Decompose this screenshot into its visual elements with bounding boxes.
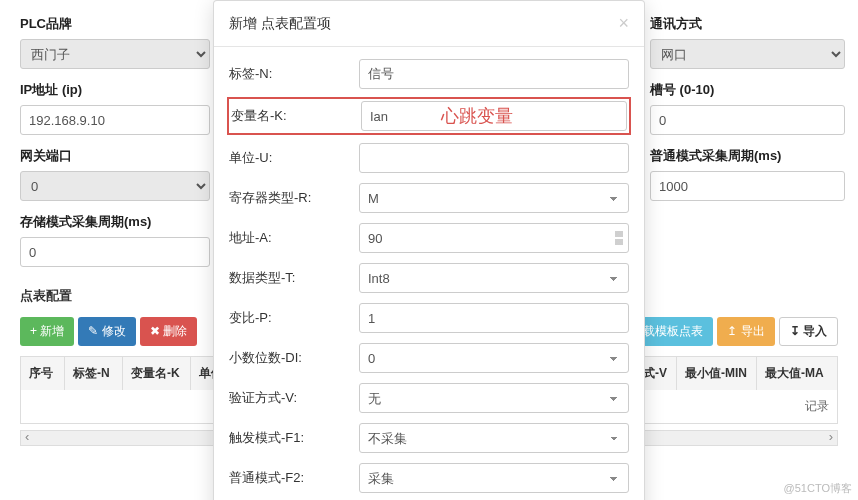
trigger-mode-select[interactable]: 不采集 — [359, 423, 629, 453]
variable-name-input[interactable] — [361, 101, 627, 131]
tag-label: 标签-N: — [229, 65, 359, 83]
watermark: @51CTO博客 — [784, 481, 852, 496]
trigger-mode-label: 触发模式-F1: — [229, 429, 359, 447]
delete-button[interactable]: ✖ 删除 — [140, 317, 197, 346]
ip-input[interactable] — [20, 105, 210, 135]
decimal-select[interactable]: 0 — [359, 343, 629, 373]
add-point-config-modal: 新增 点表配置项 × 标签-N: 变量名-K: 心跳变量 单位-U: 寄存器类型… — [213, 0, 645, 500]
import-button[interactable]: ↧ 导入 — [779, 317, 838, 346]
normal-mode-select[interactable]: 采集 — [359, 463, 629, 493]
plc-brand-select[interactable]: 西门子 — [20, 39, 210, 69]
slot-input[interactable] — [650, 105, 845, 135]
verify-label: 验证方式-V: — [229, 389, 359, 407]
verify-select[interactable]: 无 — [359, 383, 629, 413]
register-type-select[interactable]: M — [359, 183, 629, 213]
storage-cycle-label: 存储模式采集周期(ms) — [20, 213, 210, 231]
address-input[interactable] — [359, 223, 629, 253]
th-max: 最大值-MA — [757, 357, 837, 390]
close-icon[interactable]: × — [618, 13, 629, 34]
address-label: 地址-A: — [229, 229, 359, 247]
modal-title: 新增 点表配置项 — [229, 15, 331, 33]
gateway-port-select[interactable]: 0 — [20, 171, 210, 201]
th-var: 变量名-K — [123, 357, 191, 390]
unit-label: 单位-U: — [229, 149, 359, 167]
plc-brand-label: PLC品牌 — [20, 15, 210, 33]
export-button[interactable]: ↥ 导出 — [717, 317, 774, 346]
normal-cycle-input[interactable] — [650, 171, 845, 201]
comm-method-select[interactable]: 网口 — [650, 39, 845, 69]
th-index: 序号 — [21, 357, 65, 390]
decimal-label: 小数位数-DI: — [229, 349, 359, 367]
storage-cycle-input[interactable] — [20, 237, 210, 267]
tag-input[interactable] — [359, 59, 629, 89]
ip-label: IP地址 (ip) — [20, 81, 210, 99]
comm-method-label: 通讯方式 — [650, 15, 845, 33]
register-type-label: 寄存器类型-R: — [229, 189, 359, 207]
th-min: 最小值-MIN — [677, 357, 757, 390]
variable-name-label: 变量名-K: — [231, 107, 361, 125]
th-tag: 标签-N — [65, 357, 123, 390]
data-type-select[interactable]: Int8 — [359, 263, 629, 293]
gateway-port-label: 网关端口 — [20, 147, 210, 165]
variable-name-highlight: 变量名-K: 心跳变量 — [227, 97, 631, 135]
unit-input[interactable] — [359, 143, 629, 173]
normal-mode-label: 普通模式-F2: — [229, 469, 359, 487]
normal-cycle-label: 普通模式采集周期(ms) — [650, 147, 845, 165]
slot-label: 槽号 (0-10) — [650, 81, 845, 99]
add-button[interactable]: + 新增 — [20, 317, 74, 346]
ratio-label: 变比-P: — [229, 309, 359, 327]
ratio-input[interactable] — [359, 303, 629, 333]
data-type-label: 数据类型-T: — [229, 269, 359, 287]
edit-button[interactable]: ✎ 修改 — [78, 317, 135, 346]
